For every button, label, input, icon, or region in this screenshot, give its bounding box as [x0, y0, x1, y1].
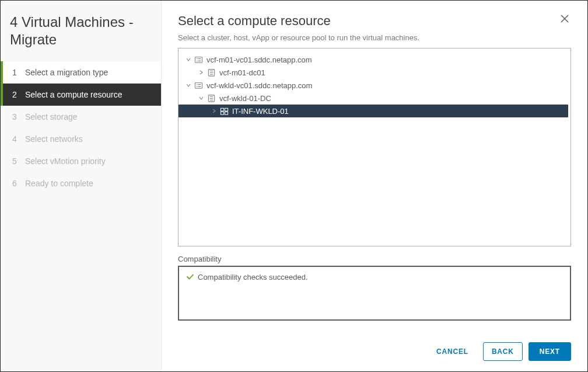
step-label: Select vMotion priority: [25, 157, 106, 166]
step-label: Select a migration type: [25, 68, 108, 77]
tree-node[interactable]: vcf-m01-vc01.sddc.netapp.com: [178, 53, 570, 66]
wizard-step-3: 3Select storage: [1, 106, 161, 128]
datacenter-icon: [206, 93, 216, 103]
step-label: Select a compute resource: [25, 90, 123, 99]
step-label: Select networks: [25, 134, 83, 144]
close-button[interactable]: [558, 13, 571, 24]
cluster-icon: [219, 106, 229, 116]
chevron-right-icon[interactable]: [197, 68, 205, 77]
svg-point-2: [196, 60, 197, 61]
wizard-main: Select a compute resource Select a clust…: [162, 1, 587, 371]
svg-rect-11: [225, 112, 228, 114]
tree-node[interactable]: vcf-wkld-01-DC: [178, 92, 570, 105]
svg-rect-9: [225, 108, 228, 111]
chevron-down-icon[interactable]: [184, 81, 192, 89]
step-label: Ready to complete: [25, 179, 93, 188]
svg-rect-8: [220, 108, 223, 111]
wizard-step-6: 6Ready to complete: [1, 172, 161, 194]
page-title: Select a compute resource: [178, 13, 331, 29]
tree-node[interactable]: vcf-wkld-vc01.sddc.netapp.com: [178, 79, 570, 92]
tree-node[interactable]: vcf-m01-dc01: [178, 66, 570, 79]
step-number: 1: [12, 68, 18, 77]
datacenter-icon: [206, 68, 216, 77]
step-number: 3: [12, 112, 18, 121]
svg-rect-4: [195, 82, 202, 88]
back-button[interactable]: BACK: [483, 342, 523, 361]
wizard-step-2[interactable]: 2Select a compute resource: [1, 84, 161, 106]
step-number: 5: [12, 157, 18, 166]
wizard-title: 4 Virtual Machines - Migrate: [1, 13, 161, 61]
chevron-down-icon[interactable]: [197, 94, 205, 102]
close-icon: [561, 15, 569, 23]
page-subtitle: Select a cluster, host, vApp or resource…: [178, 33, 571, 42]
wizard-sidebar: 4 Virtual Machines - Migrate 1Select a m…: [1, 1, 162, 371]
step-label: Select storage: [25, 112, 78, 121]
tree-node[interactable]: IT-INF-WKLD-01: [178, 105, 568, 117]
wizard-step-1[interactable]: 1Select a migration type: [1, 61, 161, 84]
check-icon: [186, 273, 194, 281]
step-number: 4: [12, 134, 18, 144]
compatibility-message: Compatibility checks succeeded.: [198, 273, 308, 281]
cancel-button[interactable]: CANCEL: [428, 342, 477, 361]
chevron-right-icon[interactable]: [210, 107, 218, 115]
compatibility-label: Compatibility: [178, 255, 571, 263]
tree-node-label: IT-INF-WKLD-01: [232, 107, 289, 116]
svg-point-6: [196, 86, 197, 87]
svg-point-5: [196, 84, 197, 85]
compatibility-panel: Compatibility checks succeeded.: [178, 266, 571, 321]
svg-rect-10: [220, 112, 223, 114]
wizard-step-4: 4Select networks: [1, 128, 161, 150]
tree-node-label: vcf-m01-dc01: [219, 68, 265, 77]
tree-node-label: vcf-wkld-01-DC: [219, 94, 271, 103]
chevron-down-icon[interactable]: [184, 55, 192, 64]
vcenter-icon: [194, 55, 203, 64]
svg-rect-0: [195, 57, 202, 62]
vcenter-icon: [194, 81, 203, 90]
step-number: 6: [12, 179, 18, 188]
resource-tree[interactable]: vcf-m01-vc01.sddc.netapp.comvcf-m01-dc01…: [178, 53, 570, 117]
resource-tree-container: vcf-m01-vc01.sddc.netapp.comvcf-m01-dc01…: [178, 48, 571, 246]
svg-point-1: [196, 58, 197, 59]
step-number: 2: [12, 90, 18, 99]
wizard-step-5: 5Select vMotion priority: [1, 150, 161, 172]
next-button[interactable]: NEXT: [528, 342, 571, 361]
tree-node-label: vcf-wkld-vc01.sddc.netapp.com: [206, 81, 312, 90]
tree-node-label: vcf-m01-vc01.sddc.netapp.com: [206, 55, 312, 64]
wizard-footer: CANCEL BACK NEXT: [178, 332, 571, 361]
